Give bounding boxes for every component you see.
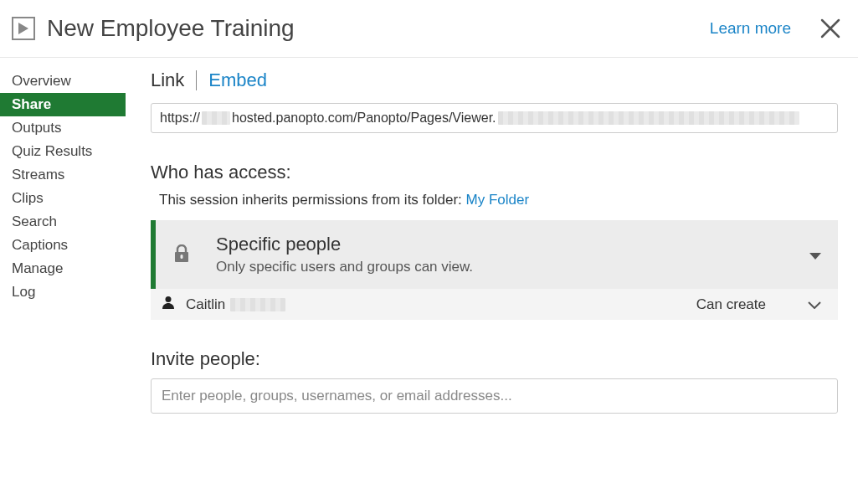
tab-embed[interactable]: Embed xyxy=(208,69,267,91)
tab-link[interactable]: Link xyxy=(151,69,184,91)
url-text-part1: https:// xyxy=(160,111,200,126)
access-mode-text: Specific people Only specific users and … xyxy=(216,234,809,275)
inherit-folder-link[interactable]: My Folder xyxy=(466,192,530,208)
svg-point-6 xyxy=(166,296,172,302)
play-icon xyxy=(12,17,35,40)
sidebar-item-overview[interactable]: Overview xyxy=(0,69,126,93)
tab-divider xyxy=(196,70,197,90)
dialog-header: New Employee Training Learn more xyxy=(0,0,858,58)
user-permission-label: Can create xyxy=(696,296,766,313)
lock-icon xyxy=(174,244,189,265)
redacted-segment xyxy=(498,111,799,125)
share-url-field[interactable]: https:// hosted.panopto.com/Panopto/Page… xyxy=(151,103,838,133)
url-text-part2: hosted.panopto.com/Panopto/Pages/Viewer. xyxy=(232,111,496,126)
sidebar-item-clips[interactable]: Clips xyxy=(0,187,126,210)
access-mode-title: Specific people xyxy=(216,234,809,255)
svg-rect-4 xyxy=(181,255,183,259)
inherit-prefix: This session inherits permissions from i… xyxy=(159,192,466,208)
user-name: Caitlin xyxy=(186,296,696,313)
sidebar-item-log[interactable]: Log xyxy=(0,280,126,304)
main-panel: Link Embed https:// hosted.panopto.com/P… xyxy=(126,58,858,414)
invite-people-input[interactable] xyxy=(151,378,838,414)
access-mode-dropdown[interactable]: Specific people Only specific users and … xyxy=(151,220,838,289)
invite-heading: Invite people: xyxy=(151,348,838,370)
learn-more-link[interactable]: Learn more xyxy=(710,19,791,38)
sidebar-item-captions[interactable]: Captions xyxy=(0,234,126,257)
svg-marker-0 xyxy=(18,23,28,34)
link-embed-tabs: Link Embed xyxy=(151,69,838,91)
chevron-down-icon xyxy=(809,248,821,262)
access-mode-subtitle: Only specific users and groups can view. xyxy=(216,259,809,275)
access-heading: Who has access: xyxy=(151,162,838,183)
access-user-row: Caitlin Can create xyxy=(151,289,838,320)
close-button[interactable] xyxy=(819,18,841,39)
sidebar: Overview Share Outputs Quiz Results Stre… xyxy=(0,58,126,414)
redacted-segment xyxy=(202,111,230,125)
sidebar-item-streams[interactable]: Streams xyxy=(0,163,126,187)
svg-marker-5 xyxy=(809,253,821,260)
permission-dropdown[interactable] xyxy=(808,296,821,313)
sidebar-item-search[interactable]: Search xyxy=(0,210,126,234)
sidebar-item-outputs[interactable]: Outputs xyxy=(0,116,126,140)
user-name-text: Caitlin xyxy=(186,296,225,313)
sidebar-item-manage[interactable]: Manage xyxy=(0,257,126,280)
page-title: New Employee Training xyxy=(47,15,710,42)
inherit-line: This session inherits permissions from i… xyxy=(151,192,838,208)
redacted-segment xyxy=(230,298,285,311)
sidebar-item-quiz-results[interactable]: Quiz Results xyxy=(0,140,126,163)
sidebar-item-share[interactable]: Share xyxy=(0,93,126,116)
person-icon xyxy=(162,296,174,313)
